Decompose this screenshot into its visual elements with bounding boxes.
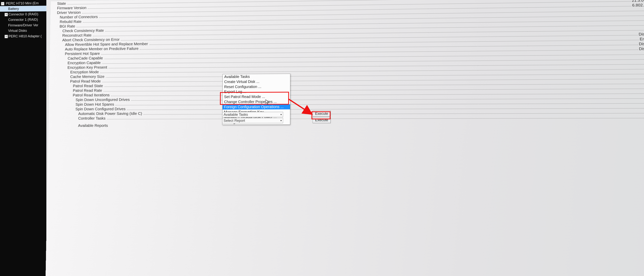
task-option[interactable]: Reset Configuration ...	[223, 84, 290, 89]
property-label: Patrol Read Mode	[70, 79, 102, 84]
tree-root-label: PERC H710 Mini (Em	[6, 1, 39, 5]
property-label: Persistent Hot Spare	[65, 51, 101, 56]
leader-dots	[127, 108, 644, 110]
tree-node-3[interactable]: Firmware/Driver Ver	[0, 22, 46, 28]
nav-tree: − PERC H710 Mini (Em Battery+Connector 0…	[0, 0, 46, 276]
property-label: Cache Memory Size	[70, 74, 105, 79]
property-value: Disabled	[638, 32, 644, 37]
execute-button[interactable]: Execute	[312, 117, 330, 123]
property-label: CacheCade Capable	[68, 56, 104, 61]
property-label: BGI Rate	[60, 24, 76, 29]
property-label: Patrol Read Rate	[73, 88, 103, 93]
property-label: Encryption Capable	[68, 61, 102, 65]
property-label: Patrol Read State	[73, 84, 104, 88]
expand-icon[interactable]: +	[5, 35, 8, 38]
tree-node-label: Virtual Disks	[8, 29, 27, 33]
property-label: Patrol Read Iterations	[73, 93, 110, 97]
property-label: Reconstruct Rate	[62, 33, 92, 38]
available-reports-select-value: Select Report	[224, 119, 245, 123]
tree-node-label: Battery	[8, 7, 19, 11]
task-option[interactable]: Change Controller Properties ...	[222, 99, 290, 104]
property-label: Auto Replace Member on Predictive Failur…	[65, 46, 139, 52]
tree-node-1[interactable]: +Connector 0 (RAID)	[0, 11, 46, 17]
leader-dots	[144, 113, 644, 115]
tree-node-label: PERC H810 Adapter (	[8, 34, 42, 38]
property-label: Spin Down Hot Spares	[76, 102, 115, 107]
property-label: Firmware Version	[57, 6, 87, 11]
property-label: Rebuild Rate	[60, 19, 82, 24]
tree-node-4[interactable]: Virtual Disks	[0, 28, 46, 34]
task-option[interactable]: Available Tasks	[223, 74, 290, 79]
tree-node-label: Connector 1 (RAID)	[8, 18, 38, 22]
leader-dots	[107, 118, 644, 119]
property-label: State	[57, 1, 67, 6]
tree-node-label: Firmware/Driver Ver	[8, 23, 38, 27]
property-label: Spin Down Unconfigured Drives	[76, 97, 130, 102]
property-label: Number of Connectors	[60, 15, 98, 19]
controller-tasks-select-value: Available Tasks	[224, 112, 248, 117]
task-option[interactable]: Foreign Configuration Operations ...	[222, 104, 290, 109]
property-value: 6.802.19.00	[632, 3, 644, 8]
property-value: 21.3.0-0009	[632, 0, 644, 3]
property-value: Enabled	[640, 37, 644, 41]
execute-button[interactable]: Execute	[312, 111, 330, 117]
property-label: Check Consistency Rate	[62, 28, 104, 33]
expand-icon[interactable]: +	[5, 13, 8, 16]
task-option[interactable]: Create Virtual Disk ...	[223, 79, 290, 84]
property-label: Controller Tasks	[78, 116, 106, 120]
property-value: Disabled	[639, 46, 644, 51]
property-value: Disabled	[639, 41, 644, 46]
tree-node-5[interactable]: +PERC H810 Adapter (	[0, 33, 46, 39]
chevron-down-icon: ▾	[280, 113, 282, 116]
collapse-icon[interactable]: −	[1, 2, 4, 5]
tree-node-label: Connector 0 (RAID)	[8, 12, 38, 16]
task-option[interactable]: Set Patrol Read Mode ...	[223, 94, 290, 99]
task-option[interactable]: Export Log ...	[223, 89, 290, 94]
available-reports-select[interactable]: Select Report ▾	[222, 118, 283, 123]
tree-root[interactable]: − PERC H710 Mini (Em	[0, 0, 46, 6]
available-reports-label: Available Reports	[78, 123, 109, 128]
controller-tasks-select[interactable]: Available Tasks ▾	[222, 112, 283, 117]
chevron-down-icon: ▾	[280, 119, 282, 122]
property-label: Encryption Key Present	[68, 65, 108, 70]
tree-node-2[interactable]: Connector 1 (RAID)	[0, 17, 46, 23]
property-label: Automatic Disk Power Saving (Idle C)	[78, 111, 143, 116]
property-label: Driver Version	[57, 10, 82, 15]
property-label: Abort Check Consistency on Error	[62, 37, 120, 42]
controller-properties-panel: StateReadyFirmware Version21.3.0-0009Dri…	[46, 0, 644, 276]
property-label: Encryption Mode	[70, 70, 100, 74]
property-label: Spin Down Configured Drives	[76, 107, 126, 111]
tree-node-0[interactable]: Battery	[0, 6, 46, 12]
